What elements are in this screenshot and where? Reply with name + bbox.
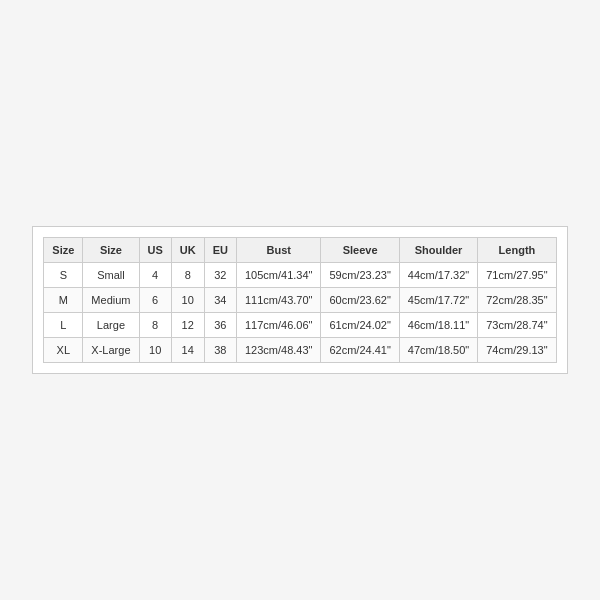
cell-shoulder: 47cm/18.50": [399, 338, 477, 363]
table-row: MMedium61034111cm/43.70"60cm/23.62"45cm/…: [44, 288, 556, 313]
cell-length: 72cm/28.35": [478, 288, 556, 313]
col-header-uk: UK: [171, 238, 204, 263]
table-row: XLX-Large101438123cm/48.43"62cm/24.41"47…: [44, 338, 556, 363]
cell-bust: 123cm/48.43": [236, 338, 321, 363]
size-chart-container: Size Size US UK EU Bust Sleeve Shoulder …: [32, 226, 567, 374]
cell-sleeve: 60cm/23.62": [321, 288, 399, 313]
col-header-eu: EU: [204, 238, 236, 263]
cell-bust: 111cm/43.70": [236, 288, 321, 313]
cell-bust: 117cm/46.06": [236, 313, 321, 338]
cell-sleeve: 61cm/24.02": [321, 313, 399, 338]
col-header-shoulder: Shoulder: [399, 238, 477, 263]
table-header-row: Size Size US UK EU Bust Sleeve Shoulder …: [44, 238, 556, 263]
cell-us: 10: [139, 338, 171, 363]
cell-eu: 36: [204, 313, 236, 338]
cell-length: 73cm/28.74": [478, 313, 556, 338]
cell-length: 74cm/29.13": [478, 338, 556, 363]
table-row: LLarge81236117cm/46.06"61cm/24.02"46cm/1…: [44, 313, 556, 338]
cell-size-code: M: [44, 288, 83, 313]
cell-size-name: Large: [83, 313, 139, 338]
col-header-size-name: Size: [83, 238, 139, 263]
size-chart-table: Size Size US UK EU Bust Sleeve Shoulder …: [43, 237, 556, 363]
cell-sleeve: 59cm/23.23": [321, 263, 399, 288]
cell-size-name: Small: [83, 263, 139, 288]
cell-us: 6: [139, 288, 171, 313]
col-header-us: US: [139, 238, 171, 263]
cell-size-name: Medium: [83, 288, 139, 313]
cell-uk: 12: [171, 313, 204, 338]
cell-size-name: X-Large: [83, 338, 139, 363]
cell-uk: 10: [171, 288, 204, 313]
cell-bust: 105cm/41.34": [236, 263, 321, 288]
cell-eu: 34: [204, 288, 236, 313]
cell-eu: 32: [204, 263, 236, 288]
cell-size-code: S: [44, 263, 83, 288]
cell-shoulder: 46cm/18.11": [399, 313, 477, 338]
col-header-bust: Bust: [236, 238, 321, 263]
cell-sleeve: 62cm/24.41": [321, 338, 399, 363]
cell-length: 71cm/27.95": [478, 263, 556, 288]
col-header-size-code: Size: [44, 238, 83, 263]
cell-shoulder: 45cm/17.72": [399, 288, 477, 313]
cell-eu: 38: [204, 338, 236, 363]
col-header-length: Length: [478, 238, 556, 263]
cell-size-code: L: [44, 313, 83, 338]
cell-us: 8: [139, 313, 171, 338]
cell-uk: 14: [171, 338, 204, 363]
cell-size-code: XL: [44, 338, 83, 363]
cell-us: 4: [139, 263, 171, 288]
table-row: SSmall4832105cm/41.34"59cm/23.23"44cm/17…: [44, 263, 556, 288]
col-header-sleeve: Sleeve: [321, 238, 399, 263]
cell-uk: 8: [171, 263, 204, 288]
cell-shoulder: 44cm/17.32": [399, 263, 477, 288]
